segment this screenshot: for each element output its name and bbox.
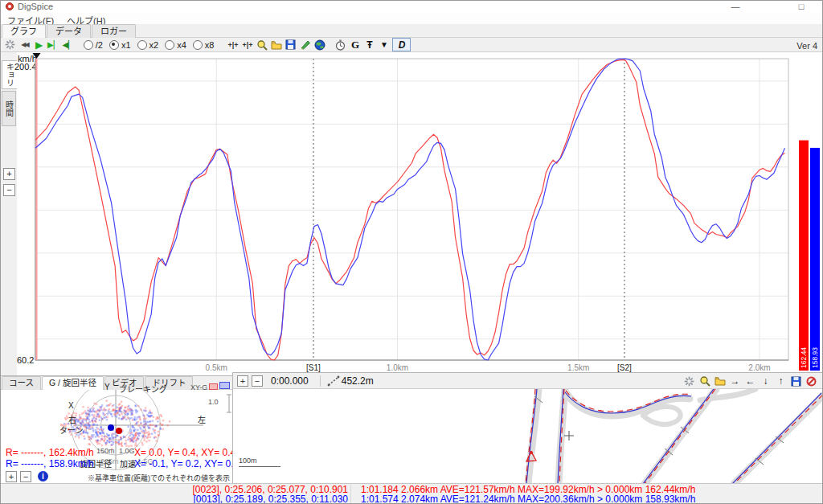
zoom-radio-x2[interactable]: x2 xyxy=(137,40,159,50)
g-zoom-in-button[interactable]: + xyxy=(6,471,17,482)
zoom-radio-x4[interactable]: x4 xyxy=(165,40,186,50)
save-icon xyxy=(285,39,296,50)
lap-summary: 1:01.184 2.066km AVE=121.57km/h MAX=199.… xyxy=(361,485,823,504)
tab-1[interactable]: データ xyxy=(47,24,91,38)
save-icon[interactable] xyxy=(285,39,297,51)
open-folder-icon xyxy=(714,376,726,386)
track-map[interactable] xyxy=(233,389,823,483)
zoom-radio-label: x1 xyxy=(121,40,131,50)
map-toolbar: →←↓↑ xyxy=(683,373,821,389)
title-bar: DigSpice — □ xyxy=(1,1,823,13)
app-title: DigSpice xyxy=(18,2,53,11)
g-left-label: 左 xyxy=(198,413,206,425)
g-xy-readout-0: X= 0.0, Y= 0.4, XY= 0.4 xyxy=(134,447,235,458)
arrow-right-icon[interactable]: → xyxy=(729,375,741,387)
measure-icon[interactable] xyxy=(327,375,340,387)
play-icon[interactable]: ▶ xyxy=(33,39,45,51)
collapse-right-icon[interactable]: +|+ xyxy=(241,39,253,51)
rewind-icon[interactable]: ◀◀ xyxy=(18,39,31,51)
red-speed-bar xyxy=(799,141,809,371)
stopwatch-icon[interactable] xyxy=(334,39,346,51)
x-tick-label: 0.5km xyxy=(206,363,227,372)
settings-burst-icon[interactable] xyxy=(4,39,16,51)
tab-2[interactable]: ロガー xyxy=(92,24,136,38)
g-zoom-out-button[interactable]: − xyxy=(20,471,31,482)
g-accel-label: 加速 xyxy=(120,457,136,469)
zoom-radio-x1[interactable]: x1 xyxy=(109,40,131,50)
zoom-radio-label: x8 xyxy=(205,40,215,50)
stopwatch-icon xyxy=(335,39,346,51)
zoom-radio-/2[interactable]: /2 xyxy=(84,40,103,50)
zoom-search-icon[interactable] xyxy=(256,39,268,51)
g-radius-readout-0: R= -------, 162.4km/h xyxy=(6,447,94,458)
main-tab-bar: グラフデータロガー xyxy=(1,24,823,38)
maximize-button[interactable]: □ xyxy=(792,2,810,12)
g-note: ※基準車位置(距離)でのそれぞれの値を表示 xyxy=(88,473,230,483)
radio-icon xyxy=(137,40,147,50)
d-tool-icon[interactable]: D xyxy=(392,38,411,51)
toolbar: ◀◀▶▶▏◀▏/2x1x2x4x8+|++|+GŦ▼D xyxy=(1,38,823,52)
arrow-down-icon[interactable]: ↓ xyxy=(760,375,772,387)
step-forward-icon[interactable]: ▶▏ xyxy=(47,39,59,51)
g-panel-tab-1[interactable]: G / 旋回半径 xyxy=(42,376,104,390)
zoom-search-icon[interactable] xyxy=(698,375,710,387)
section-marker-label: [S2] xyxy=(617,363,632,372)
map-distance: 452.2m xyxy=(342,375,374,387)
collapse-left-icon[interactable]: +|+ xyxy=(227,39,239,51)
blue-speed-bar xyxy=(810,148,820,371)
g-ring-150m-label: 150m xyxy=(96,447,115,455)
g-info-icon[interactable]: i xyxy=(38,471,48,481)
clear-icon[interactable] xyxy=(805,375,817,387)
open-folder-icon xyxy=(271,40,282,50)
dropdown-icon[interactable]: ▼ xyxy=(378,39,390,51)
lap-split-row-1: [0013], 0:25.189, 0:25.355, 0:11.030 xyxy=(1,494,348,504)
g-braking-label: ブレーキング xyxy=(119,383,167,395)
g-tool-icon[interactable]: G xyxy=(349,39,361,51)
open-folder-icon[interactable] xyxy=(714,375,726,387)
g-y-label: Y xyxy=(104,383,110,391)
clear-icon xyxy=(806,376,817,387)
status-bar: [0023], 0:25.206, 0:25.077, 0:10.901[001… xyxy=(1,483,823,504)
menu-bar: ファイル(F)ヘルプ(H) xyxy=(1,13,823,24)
lap-split-times: [0023], 0:25.206, 0:25.077, 0:10.901[001… xyxy=(1,485,351,504)
map-scale-bar xyxy=(239,466,280,467)
g-xyg-label: XY-G xyxy=(190,383,207,391)
speed-chart[interactable]: 0.5km1.0km1.5km2.0km[S1][S2]162.44158.93 xyxy=(1,52,823,375)
tab-0[interactable]: グラフ xyxy=(2,24,46,38)
globe-icon[interactable] xyxy=(313,39,326,51)
globe-icon xyxy=(314,39,326,51)
map-time: 0:00.000 xyxy=(271,375,309,387)
radio-icon xyxy=(109,40,119,50)
pen-icon xyxy=(300,39,311,50)
g-current-marker-red xyxy=(116,428,122,434)
x-tick-label: 1.0km xyxy=(387,363,408,372)
step-back-icon[interactable]: ◀▏ xyxy=(62,39,74,51)
cursor-handle-icon[interactable] xyxy=(33,53,41,59)
open-folder-icon[interactable] xyxy=(270,39,282,51)
g-scatter-plot[interactable] xyxy=(1,390,232,484)
map-zoom-in-button[interactable]: + xyxy=(237,375,248,387)
settings-burst-icon xyxy=(5,39,15,50)
g-ring-1g-label: 1.0G xyxy=(119,447,135,455)
refresh-burst-icon[interactable] xyxy=(683,375,695,387)
radio-icon xyxy=(165,40,174,50)
map-zoom-out-button[interactable]: − xyxy=(252,375,263,387)
g-current-marker-blue xyxy=(108,424,114,431)
radio-icon xyxy=(193,40,203,50)
arrow-up-icon[interactable]: ↑ xyxy=(775,375,787,387)
minimize-button[interactable]: — xyxy=(727,2,744,12)
lap-summary-row-1: 1:01.574 2.074km AVE=121.24km/h MAX=200.… xyxy=(361,494,823,504)
zoom-search-icon xyxy=(256,39,268,51)
g-panel-tab-0[interactable]: コース xyxy=(2,376,41,390)
text-tool-icon[interactable]: Ŧ xyxy=(363,39,375,51)
arrow-left-icon[interactable]: ← xyxy=(744,375,756,387)
pen-icon[interactable] xyxy=(299,39,311,51)
zoom-radio-x8[interactable]: x8 xyxy=(193,40,215,50)
speed-trace-1 xyxy=(35,59,785,360)
refresh-burst-icon xyxy=(684,376,694,387)
save-icon[interactable] xyxy=(790,375,802,387)
radio-icon xyxy=(84,40,93,50)
zoom-search-icon xyxy=(699,375,710,387)
g-scale-label: 1.0 xyxy=(208,398,219,406)
digspice-window: DigSpice — □ ファイル(F)ヘルプ(H) グラフデータロガー ◀◀▶… xyxy=(0,0,823,504)
